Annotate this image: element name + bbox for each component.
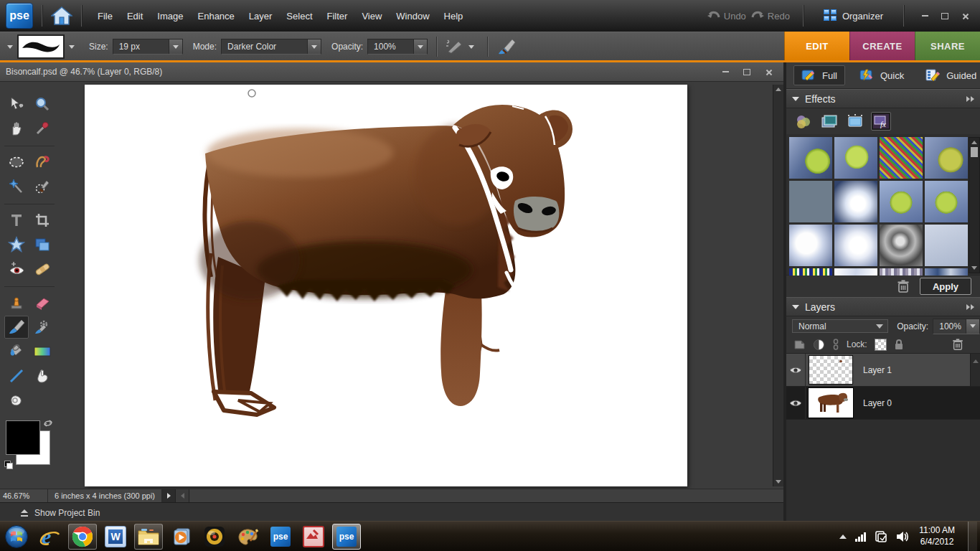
menu-file[interactable]: File bbox=[90, 6, 120, 26]
file-explorer-icon[interactable] bbox=[134, 524, 163, 550]
effect-thumbnail[interactable] bbox=[834, 137, 877, 179]
media-player-icon[interactable] bbox=[167, 524, 196, 550]
volume-icon[interactable] bbox=[896, 531, 910, 542]
canvas-vertical-scrollbar[interactable] bbox=[773, 85, 783, 486]
paint-palette-icon[interactable] bbox=[233, 524, 262, 550]
layer-thumbnail[interactable] bbox=[809, 355, 853, 385]
photo-effects-icon[interactable] bbox=[845, 112, 865, 131]
effect-thumbnail[interactable] bbox=[880, 181, 923, 222]
menu-edit[interactable]: Edit bbox=[120, 6, 150, 26]
swap-colors-icon[interactable] bbox=[43, 419, 53, 428]
gold-disc-icon[interactable] bbox=[200, 524, 229, 550]
paint-bucket-tool[interactable] bbox=[4, 340, 29, 363]
close-button[interactable] bbox=[957, 10, 973, 22]
chrome-icon[interactable] bbox=[68, 524, 97, 550]
marquee-tool[interactable] bbox=[4, 151, 29, 174]
airbrush-icon[interactable] bbox=[446, 39, 464, 55]
undo-button[interactable]: Undo bbox=[707, 11, 746, 22]
eyedropper-tool[interactable] bbox=[30, 117, 55, 140]
cookie-cutter-tool[interactable] bbox=[4, 233, 29, 256]
effect-thumbnail[interactable] bbox=[789, 225, 832, 266]
adjustment-layer-icon[interactable] bbox=[813, 339, 825, 351]
menu-enhance[interactable]: Enhance bbox=[191, 6, 242, 26]
tool-preset-arrow-icon[interactable] bbox=[7, 45, 13, 49]
effect-thumbnail[interactable] bbox=[925, 137, 968, 179]
layer-name[interactable]: Layer 1 bbox=[863, 365, 892, 375]
document-size-info[interactable]: 6 inches x 4 inches (300 ppi) bbox=[48, 489, 162, 502]
layer-visibility-toggle[interactable] bbox=[786, 354, 806, 386]
recompose-tool[interactable] bbox=[30, 233, 55, 256]
redo-button[interactable]: Redo bbox=[750, 11, 790, 22]
effect-thumbnail[interactable] bbox=[880, 137, 923, 179]
effect-thumbnail[interactable] bbox=[925, 268, 968, 276]
brush-tool[interactable] bbox=[4, 316, 29, 339]
opacity-dropdown[interactable]: 100% bbox=[367, 39, 428, 55]
effect-thumbnail[interactable] bbox=[834, 181, 877, 222]
action-center-icon[interactable] bbox=[875, 530, 887, 543]
clock[interactable]: 11:00 AM 6/4/2012 bbox=[919, 525, 955, 547]
project-bin-bar[interactable]: Show Project Bin bbox=[0, 502, 783, 522]
size-dropdown[interactable]: 19 px bbox=[113, 39, 183, 55]
crop-tool[interactable] bbox=[30, 209, 55, 232]
effects-scrollbar[interactable] bbox=[969, 137, 980, 273]
foreground-color-swatch[interactable] bbox=[6, 420, 40, 455]
tab-edit[interactable]: EDIT bbox=[784, 32, 849, 60]
document-title-bar[interactable]: Bisoncalf.psd @ 46.7% (Layer 0, RGB/8) bbox=[0, 62, 783, 82]
menu-filter[interactable]: Filter bbox=[320, 6, 355, 26]
tab-quick-edit[interactable]: Quick bbox=[852, 66, 911, 85]
all-effects-fx-icon[interactable]: fx bbox=[871, 112, 891, 131]
sponge-tool[interactable] bbox=[4, 389, 29, 412]
scroll-down-icon[interactable] bbox=[971, 266, 977, 270]
tab-guided-edit[interactable]: Guided bbox=[918, 66, 980, 85]
organizer-button[interactable]: Organizer bbox=[824, 9, 883, 22]
zoom-tool[interactable] bbox=[30, 93, 55, 116]
blend-mode-dropdown[interactable]: Normal bbox=[792, 319, 888, 333]
brush-tool-icon[interactable] bbox=[496, 37, 517, 56]
tab-full-edit[interactable]: Full bbox=[793, 65, 845, 85]
layer-row-1[interactable]: Layer 1 bbox=[786, 354, 980, 387]
move-tool[interactable] bbox=[4, 93, 29, 116]
lock-transparency-icon[interactable] bbox=[875, 339, 887, 351]
layer-opacity-dropdown[interactable]: 100% bbox=[933, 319, 980, 334]
layer-visibility-toggle[interactable] bbox=[786, 387, 806, 419]
brush-picker-arrow-icon[interactable] bbox=[69, 45, 75, 49]
layer-name[interactable]: Layer 0 bbox=[863, 398, 892, 408]
brush-stroke-preview[interactable] bbox=[17, 34, 65, 59]
smart-brush-tool[interactable] bbox=[30, 316, 55, 339]
home-icon[interactable] bbox=[51, 6, 72, 25]
filters-icon[interactable] bbox=[793, 112, 814, 131]
dropdown-arrow-icon[interactable] bbox=[169, 39, 182, 54]
pse-taskbar-icon[interactable]: pse bbox=[266, 524, 295, 550]
delete-layer-trash-icon[interactable] bbox=[951, 338, 964, 351]
effect-thumbnail[interactable] bbox=[789, 137, 832, 179]
dropdown-arrow-icon[interactable] bbox=[413, 39, 427, 54]
doc-minimize-button[interactable] bbox=[717, 66, 733, 77]
airbrush-options-arrow-icon[interactable] bbox=[468, 45, 474, 49]
zoom-level-field[interactable]: 46.67% bbox=[0, 489, 48, 502]
menu-select[interactable]: Select bbox=[279, 6, 319, 26]
hidden-icons-arrow[interactable] bbox=[839, 534, 847, 539]
canvas[interactable] bbox=[85, 85, 687, 486]
status-next-button[interactable] bbox=[162, 489, 176, 502]
scroll-down-icon[interactable] bbox=[776, 480, 781, 484]
clone-stamp-tool[interactable] bbox=[4, 291, 29, 314]
link-layers-icon[interactable] bbox=[832, 339, 839, 350]
menu-help[interactable]: Help bbox=[437, 6, 471, 26]
doc-restore-button[interactable] bbox=[739, 66, 755, 77]
layer-thumbnail[interactable] bbox=[809, 388, 853, 418]
lock-all-icon[interactable] bbox=[894, 339, 904, 350]
scrollbar-thumb[interactable] bbox=[971, 147, 978, 157]
pse-active-taskbar-icon[interactable]: pse bbox=[332, 524, 361, 550]
start-button[interactable] bbox=[2, 524, 31, 550]
maximize-button[interactable] bbox=[937, 10, 953, 22]
effect-thumbnail[interactable] bbox=[834, 268, 877, 276]
menu-window[interactable]: Window bbox=[389, 6, 436, 26]
default-colors-icon[interactable] bbox=[4, 461, 13, 469]
menu-layer[interactable]: Layer bbox=[242, 6, 280, 26]
show-desktop-button[interactable] bbox=[968, 522, 977, 551]
effect-thumbnail[interactable] bbox=[880, 268, 923, 276]
mode-dropdown[interactable]: Darker Color bbox=[221, 39, 321, 55]
new-layer-icon[interactable] bbox=[793, 339, 806, 350]
smudge-tool[interactable] bbox=[30, 364, 55, 387]
doc-close-button[interactable] bbox=[760, 66, 776, 77]
